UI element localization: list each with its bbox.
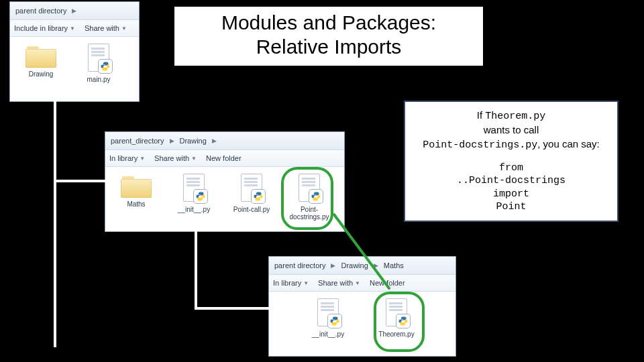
file-label: Maths (127, 200, 145, 208)
explorer-window-drawing: parent_directory ▶ Drawing ▶ In library▼… (105, 131, 345, 232)
breadcrumb-parent[interactable]: parent_directory (108, 136, 167, 145)
tree-line-v1b (54, 180, 56, 347)
chevron-right-icon: ▶ (168, 137, 176, 144)
chevron-right-icon: ▶ (70, 7, 78, 14)
folder-item-drawing[interactable]: Drawing (15, 42, 66, 79)
file-label: Point-docstrings.py (285, 206, 333, 221)
file-label: Point-call.py (233, 206, 270, 213)
explorer-window-maths: parent directory ▶ Drawing ▶ Maths In li… (268, 256, 456, 357)
folder-icon (121, 174, 152, 198)
explorer-window-parent: parent directory ▶ Include in library▼ S… (9, 1, 140, 102)
instruction-callout: If Theorem.py wants to call Point-docstr… (404, 101, 619, 222)
breadcrumb-drawing[interactable]: Drawing (177, 136, 209, 145)
python-file-icon (85, 44, 112, 73)
file-pane[interactable]: Maths __init__.py Point-call.py Point-do… (105, 167, 344, 231)
toolbar-share[interactable]: Share with▼ (318, 279, 360, 287)
toolbar-include[interactable]: Include in library▼ (14, 24, 75, 32)
toolbar-share[interactable]: Share with▼ (85, 24, 127, 32)
file-item-theorem[interactable]: Theorem.py (371, 297, 422, 339)
tree-line-v1 (54, 101, 56, 181)
file-label: __init__.py (312, 330, 344, 338)
toolbar-share[interactable]: Share with▼ (154, 154, 197, 162)
file-label: main.py (87, 76, 110, 83)
file-item-main[interactable]: main.py (73, 42, 124, 84)
folder-icon (25, 44, 56, 68)
chevron-down-icon: ▼ (140, 156, 145, 162)
chevron-right-icon: ▶ (329, 262, 337, 269)
file-item-init[interactable]: __init__.py (168, 172, 219, 215)
toolbar-include[interactable]: In library▼ (273, 279, 309, 287)
file-item-point-docstrings[interactable]: Point-docstrings.py (284, 172, 335, 222)
callout-code: from ..Point-docstrings import Point (411, 162, 612, 214)
file-item-point-call[interactable]: Point-call.py (226, 172, 277, 215)
chevron-down-icon: ▼ (303, 280, 309, 286)
toolbar: In library▼ Share with▼ New folder (105, 150, 344, 167)
toolbar-newfolder[interactable]: New folder (206, 154, 241, 162)
breadcrumb-maths[interactable]: Maths (381, 261, 407, 270)
address-bar[interactable]: parent directory ▶ Drawing ▶ Maths (269, 257, 455, 275)
chevron-down-icon: ▼ (355, 280, 360, 286)
chevron-down-icon: ▼ (191, 156, 197, 162)
python-file-icon (315, 298, 341, 328)
callout-text: If Theorem.py wants to call Point-docstr… (411, 109, 612, 152)
toolbar-newfolder[interactable]: New folder (370, 279, 405, 287)
tree-line-h2 (195, 307, 270, 310)
breadcrumb-parent[interactable]: parent directory (13, 6, 69, 15)
breadcrumb-parent[interactable]: parent directory (272, 261, 328, 270)
toolbar: Include in library▼ Share with▼ (10, 20, 139, 37)
tree-line-h1 (54, 180, 106, 182)
file-pane[interactable]: Drawing main.py (10, 37, 139, 101)
python-file-icon (238, 174, 265, 203)
file-pane[interactable]: __init__.py Theorem.py (269, 292, 455, 356)
chevron-right-icon: ▶ (372, 262, 380, 269)
chevron-right-icon: ▶ (211, 137, 218, 144)
slide-title: Modules and Packages: Relative Imports (174, 7, 483, 66)
chevron-down-icon: ▼ (121, 25, 127, 32)
toolbar: In library▼ Share with▼ New folder (269, 275, 455, 292)
breadcrumb-drawing[interactable]: Drawing (338, 261, 370, 270)
file-label: __init__.py (178, 206, 210, 213)
address-bar[interactable]: parent directory ▶ (10, 2, 139, 20)
address-bar[interactable]: parent_directory ▶ Drawing ▶ (105, 132, 344, 150)
python-file-icon (180, 174, 207, 203)
chevron-down-icon: ▼ (70, 25, 75, 32)
toolbar-include[interactable]: In library▼ (109, 154, 145, 162)
file-item-init[interactable]: __init__.py (303, 297, 354, 339)
folder-item-maths[interactable]: Maths (111, 172, 162, 209)
file-label: Drawing (29, 70, 54, 78)
file-label: Theorem.py (378, 330, 414, 338)
python-file-icon (383, 298, 410, 328)
tree-line-v2 (195, 228, 197, 308)
python-file-icon (296, 174, 323, 203)
